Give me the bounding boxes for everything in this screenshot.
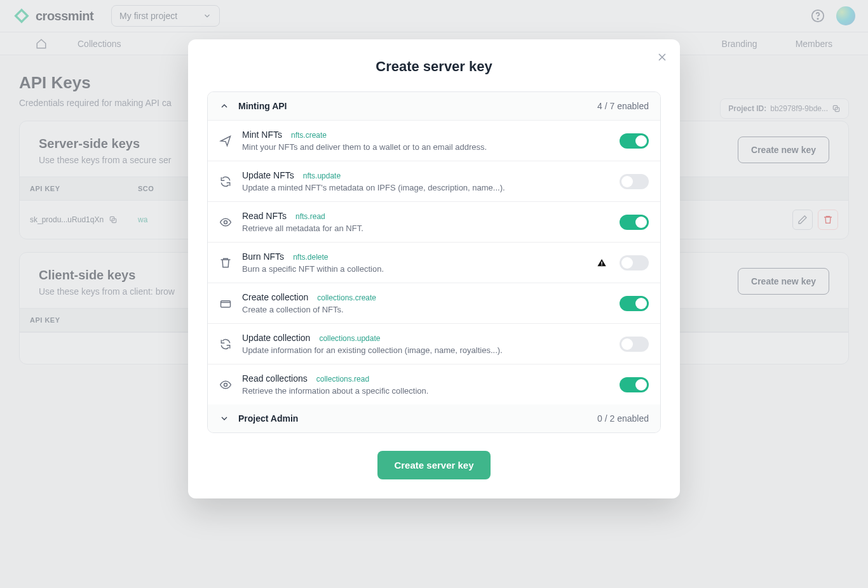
permission-desc: Create a collection of NFTs. [242,305,609,314]
permission-scope: nfts.create [291,131,327,140]
create-server-key-modal: Create server key Minting API 4 / 7 enab… [188,39,680,498]
permission-row: Mint NFTsnfts.createMint your NFTs and d… [208,120,660,161]
permission-row: Burn NFTsnfts.deleteBurn a specific NFT … [208,242,660,283]
permission-name: Read collections [242,373,308,384]
create-server-key-submit[interactable]: Create server key [377,451,490,479]
permissions-list: Minting API 4 / 7 enabled Mint NFTsnfts.… [207,91,661,433]
permission-scope: collections.update [319,334,380,343]
permission-row: Update collectioncollections.updateUpdat… [208,323,660,364]
close-icon[interactable] [656,51,668,63]
trash-icon [219,257,232,269]
section-title: Project Admin [238,413,298,424]
modal-title: Create server key [188,58,680,75]
permission-body: Read collectionscollections.readRetrieve… [242,373,609,396]
permission-desc: Burn a specific NFT within a collection. [242,264,587,274]
section-minting-api[interactable]: Minting API 4 / 7 enabled [208,92,660,120]
permission-name: Update NFTs [242,170,294,180]
permission-desc: Update a minted NFT's metadata on IPFS (… [242,183,609,192]
permission-row: Read collectionscollections.readRetrieve… [208,364,660,404]
permission-scope: collections.create [317,293,376,302]
svg-rect-11 [221,300,231,307]
chevron-up-icon [219,101,229,111]
permission-desc: Mint your NFTs and deliver them to a wal… [242,142,609,152]
permission-toggle[interactable] [620,174,649,189]
permission-scope: nfts.read [295,212,325,221]
section-count: 0 / 2 enabled [597,413,649,424]
permission-row: Read NFTsnfts.readRetrieve all metadata … [208,201,660,242]
permission-toggle[interactable] [620,377,649,392]
permission-name: Read NFTs [242,211,287,221]
svg-rect-9 [601,262,602,264]
svg-point-8 [224,220,227,224]
section-count: 4 / 7 enabled [597,101,649,111]
permission-body: Mint NFTsnfts.createMint your NFTs and d… [242,130,609,152]
refresh-icon [219,175,232,188]
chevron-down-icon [219,413,229,424]
permission-body: Create collectioncollections.createCreat… [242,292,609,314]
refresh-icon [219,338,232,351]
permission-scope: collections.read [316,375,369,384]
permission-row: Create collectioncollections.createCreat… [208,283,660,323]
permission-desc: Retrieve the information about a specifi… [242,386,609,396]
send-icon [219,135,232,147]
wallet-icon [219,297,232,310]
permission-body: Update NFTsnfts.updateUpdate a minted NF… [242,170,609,192]
permission-name: Create collection [242,292,308,302]
svg-point-12 [224,383,227,386]
permission-toggle[interactable] [620,296,649,311]
permission-body: Read NFTsnfts.readRetrieve all metadata … [242,211,609,233]
permission-body: Update collectioncollections.updateUpdat… [242,333,609,355]
eye-icon [219,216,232,229]
permission-name: Mint NFTs [242,130,282,140]
permission-desc: Retrieve all metadata for an NFT. [242,224,609,233]
warning-icon [597,258,609,268]
permission-scope: nfts.update [303,171,341,180]
section-title: Minting API [238,101,287,111]
permission-toggle[interactable] [620,215,649,230]
permission-row: Update NFTsnfts.updateUpdate a minted NF… [208,161,660,201]
svg-rect-10 [601,264,602,265]
permission-toggle[interactable] [620,337,649,352]
eye-icon [219,378,232,391]
permission-scope: nfts.delete [293,253,328,262]
section-project-admin[interactable]: Project Admin 0 / 2 enabled [208,404,660,432]
permission-toggle[interactable] [620,133,649,149]
permission-name: Burn NFTs [242,251,284,262]
permission-name: Update collection [242,333,310,343]
modal-overlay: Create server key Minting API 4 / 7 enab… [0,0,868,588]
permission-body: Burn NFTsnfts.deleteBurn a specific NFT … [242,251,587,274]
permission-toggle[interactable] [620,255,649,271]
permission-desc: Update information for an existing colle… [242,345,609,355]
